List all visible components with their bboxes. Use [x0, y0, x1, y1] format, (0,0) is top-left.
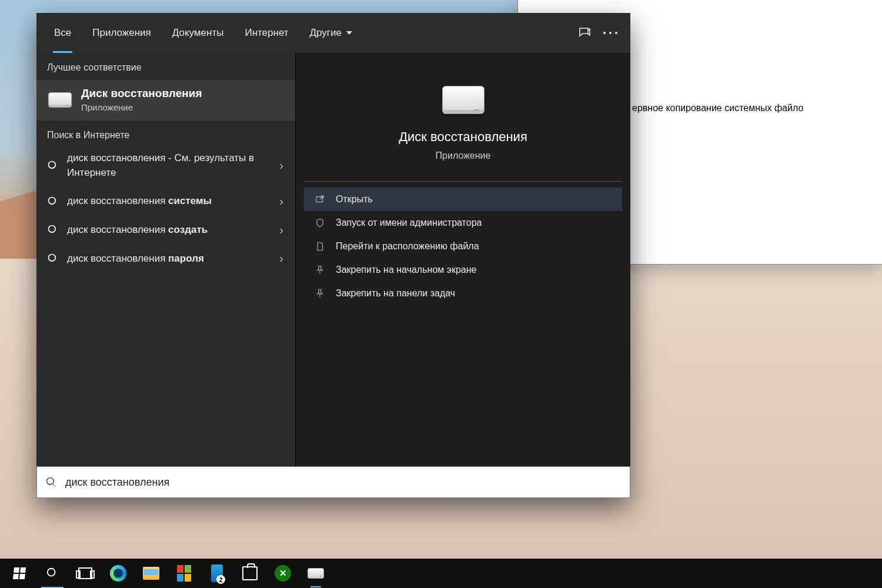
tab-documents[interactable]: Документы	[162, 13, 235, 53]
svg-point-6	[49, 254, 56, 261]
shield-icon	[315, 218, 325, 228]
taskbar-store[interactable]	[234, 559, 266, 588]
taskbar-recovery-drive[interactable]	[300, 559, 332, 588]
svg-point-0	[49, 161, 56, 168]
web-suggestion[interactable]: диск восстановления системы ›	[36, 187, 295, 216]
search-icon	[46, 567, 59, 580]
tab-all[interactable]: Все	[44, 13, 82, 53]
svg-line-5	[55, 232, 58, 235]
svg-point-11	[48, 569, 55, 576]
svg-point-2	[49, 197, 56, 204]
best-match-subtitle: Приложение	[81, 102, 202, 112]
search-icon	[47, 224, 59, 236]
taskbar: 2 ✕	[0, 559, 882, 588]
svg-point-4	[49, 226, 56, 233]
search-icon	[45, 476, 57, 488]
taskbar-office[interactable]	[168, 559, 200, 588]
preview-subtitle: Приложение	[436, 151, 491, 161]
search-filter-tabs: Все Приложения Документы Интернет Другие	[36, 13, 630, 53]
preview-pane: Диск восстановления Приложение Открыть З…	[295, 53, 630, 498]
search-results-popup: Все Приложения Документы Интернет Другие…	[36, 13, 630, 498]
office-icon	[177, 565, 191, 582]
more-options-icon[interactable]	[597, 20, 623, 46]
folder-icon	[143, 567, 159, 580]
svg-line-7	[55, 260, 58, 263]
drive-icon	[48, 92, 72, 108]
store-icon	[242, 566, 258, 580]
chevron-right-icon[interactable]: ›	[276, 195, 287, 208]
search-query-text: диск восстановления	[65, 476, 169, 489]
results-left-pane: Лучшее соответствие Диск восстановления …	[36, 53, 295, 498]
taskbar-edge[interactable]	[102, 559, 134, 588]
svg-line-3	[55, 203, 58, 206]
web-suggestion[interactable]: диск восстановления пароля ›	[36, 245, 295, 273]
best-match-header: Лучшее соответствие	[36, 53, 295, 80]
best-match-title: Диск восстановления	[81, 87, 202, 100]
taskbar-xbox[interactable]: ✕	[267, 559, 299, 588]
svg-line-10	[53, 484, 56, 487]
action-run-admin[interactable]: Запуск от имени администратора	[304, 211, 622, 235]
web-suggestion[interactable]: диск восстановления создать ›	[36, 216, 295, 245]
chevron-right-icon[interactable]: ›	[276, 252, 287, 265]
svg-point-9	[47, 478, 54, 485]
tab-other[interactable]: Другие	[299, 13, 363, 53]
web-suggestion[interactable]: диск восстановления - См. результаты в И…	[36, 144, 295, 187]
xbox-icon: ✕	[275, 565, 291, 582]
windows-logo-icon	[13, 567, 26, 579]
search-icon	[47, 160, 59, 172]
preview-title: Диск восстановления	[399, 129, 527, 145]
drive-icon	[308, 568, 324, 579]
drive-icon	[442, 86, 485, 114]
tab-internet[interactable]: Интернет	[234, 13, 299, 53]
chevron-right-icon[interactable]: ›	[276, 159, 287, 172]
phone-icon: 2	[211, 564, 223, 582]
taskbar-your-phone[interactable]: 2	[201, 559, 233, 588]
search-icon	[47, 196, 59, 208]
chevron-right-icon[interactable]: ›	[276, 223, 287, 237]
task-view-icon	[78, 567, 92, 579]
taskbar-search[interactable]	[36, 559, 68, 588]
search-input-bar[interactable]: диск восстановления	[36, 466, 630, 498]
svg-line-12	[54, 575, 58, 579]
taskbar-explorer[interactable]	[135, 559, 167, 588]
action-pin-taskbar[interactable]: Закрепить на панели задач	[304, 282, 622, 305]
chevron-down-icon	[346, 31, 352, 35]
web-search-header: Поиск в Интернете	[36, 121, 295, 144]
file-icon	[315, 241, 325, 252]
pin-icon	[315, 288, 325, 299]
pin-icon	[315, 265, 325, 275]
badge-count: 2	[216, 575, 225, 584]
edge-icon	[110, 565, 126, 582]
open-icon	[315, 194, 325, 205]
tab-apps[interactable]: Приложения	[82, 13, 161, 53]
feedback-icon[interactable]	[572, 20, 597, 46]
background-dialog-text: ервное копирование системных файло	[632, 103, 803, 113]
svg-line-1	[55, 167, 58, 170]
action-open[interactable]: Открыть	[304, 188, 622, 211]
start-button[interactable]	[4, 559, 35, 588]
action-file-location[interactable]: Перейти к расположению файла	[304, 235, 622, 258]
search-icon	[47, 253, 59, 265]
best-match-item[interactable]: Диск восстановления Приложение	[36, 80, 295, 121]
action-pin-start[interactable]: Закрепить на начальном экране	[304, 258, 622, 282]
task-view[interactable]	[69, 559, 101, 588]
